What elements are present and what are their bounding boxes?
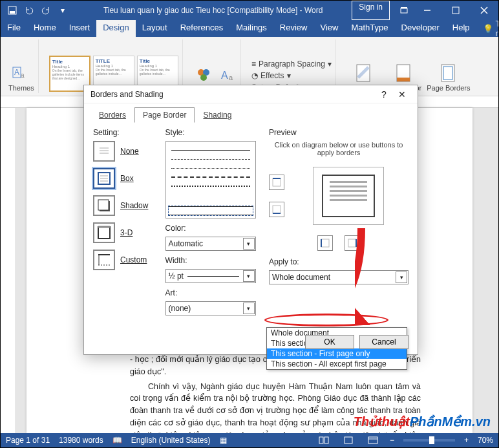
vertical-ruler[interactable] bbox=[1, 108, 16, 433]
page-borders-icon bbox=[439, 63, 458, 83]
tell-me-search[interactable]: 💡Tell me bbox=[476, 20, 499, 37]
minimize-button[interactable] bbox=[413, 1, 441, 20]
borders-shading-dialog: Borders and Shading ? ✕ Borders Page Bor… bbox=[83, 85, 418, 355]
page-borders-button[interactable]: Page Borders bbox=[427, 63, 470, 92]
paragraph-spacing-button[interactable]: ≡Paragraph Spacing ▾ bbox=[251, 59, 332, 69]
cancel-button[interactable]: Cancel bbox=[359, 335, 409, 349]
tab-mailings[interactable]: Mailings bbox=[229, 20, 273, 37]
tab-developer[interactable]: Developer bbox=[395, 20, 446, 37]
close-button[interactable] bbox=[470, 1, 498, 20]
save-icon[interactable] bbox=[5, 3, 20, 18]
color-combo[interactable]: Automatic▾ bbox=[165, 237, 256, 251]
tab-references[interactable]: References bbox=[174, 20, 229, 37]
tab-page-border[interactable]: Page Border bbox=[134, 107, 195, 123]
svg-rect-38 bbox=[273, 206, 281, 213]
svg-rect-47 bbox=[368, 437, 377, 443]
bulb-icon: 💡 bbox=[483, 24, 493, 34]
fonts-icon: Aa bbox=[220, 67, 235, 83]
dialog-tabs: Borders Page Border Shading bbox=[84, 103, 418, 123]
tab-layout[interactable]: Layout bbox=[136, 20, 174, 37]
svg-rect-2 bbox=[401, 8, 407, 13]
border-right-button[interactable] bbox=[345, 235, 360, 251]
setting-shadow[interactable]: Shadow bbox=[93, 195, 156, 216]
ok-button[interactable]: OK bbox=[305, 335, 354, 349]
setting-custom[interactable]: Custom bbox=[93, 250, 156, 270]
svg-rect-3 bbox=[401, 7, 407, 8]
style-listbox[interactable] bbox=[165, 141, 256, 219]
print-layout-button[interactable] bbox=[341, 434, 356, 446]
quick-access-toolbar: ▾ bbox=[1, 3, 74, 18]
color-label: Color: bbox=[165, 224, 260, 233]
svg-point-13 bbox=[200, 74, 207, 81]
brand-watermark: ThủthuậtPhầnMềm.vn bbox=[354, 414, 491, 429]
tab-shading[interactable]: Shading bbox=[195, 107, 240, 123]
title-bar: ▾ Tieu luan quan ly giao duc Tieu hoc [C… bbox=[1, 1, 498, 20]
ribbon-options-icon[interactable] bbox=[395, 1, 413, 20]
help-button[interactable]: ? bbox=[375, 89, 393, 100]
style-label: Style: bbox=[165, 128, 260, 137]
svg-rect-30 bbox=[98, 200, 109, 210]
apply-to-combo[interactable]: Whole document▾ bbox=[269, 270, 409, 284]
border-left-button[interactable] bbox=[317, 235, 333, 251]
svg-rect-45 bbox=[324, 437, 328, 443]
zoom-out-button[interactable]: − bbox=[390, 436, 394, 445]
art-label: Art: bbox=[165, 288, 260, 297]
status-words[interactable]: 13980 words bbox=[59, 436, 103, 445]
svg-rect-5 bbox=[452, 7, 459, 14]
colors-icon bbox=[196, 67, 211, 83]
svg-rect-1 bbox=[10, 11, 15, 14]
window-title: Tieu luan quan ly giao duc Tieu hoc [Com… bbox=[74, 6, 352, 15]
watermark-icon bbox=[354, 63, 374, 83]
themes-label: Themes bbox=[8, 84, 34, 92]
none-icon bbox=[93, 141, 115, 162]
effects-icon: ◔ bbox=[251, 71, 258, 80]
read-mode-button[interactable] bbox=[316, 434, 332, 446]
tab-file[interactable]: File bbox=[1, 20, 27, 37]
svg-rect-36 bbox=[273, 178, 281, 186]
tab-mathtype[interactable]: MathType bbox=[345, 20, 394, 37]
tab-review[interactable]: Review bbox=[273, 20, 314, 37]
apply-opt-first-page[interactable]: This section - First page only bbox=[267, 348, 407, 359]
themes-button[interactable]: Aa Themes bbox=[8, 63, 34, 92]
art-combo[interactable]: (none)▾ bbox=[165, 301, 256, 315]
tab-help[interactable]: Help bbox=[446, 20, 476, 37]
zoom-in-button[interactable]: + bbox=[464, 436, 469, 445]
apply-opt-except-first[interactable]: This section - All except first page bbox=[267, 359, 407, 369]
preview-diagram[interactable] bbox=[313, 167, 384, 225]
tab-borders[interactable]: Borders bbox=[90, 107, 134, 123]
themes-group: Aa Themes bbox=[5, 39, 39, 93]
width-combo[interactable]: ½ pt▾ bbox=[165, 269, 256, 283]
tab-view[interactable]: View bbox=[313, 20, 345, 37]
status-page[interactable]: Page 1 of 31 bbox=[6, 436, 50, 445]
status-macro-icon[interactable]: ▦ bbox=[220, 436, 227, 445]
box-icon bbox=[93, 168, 115, 189]
effects-button[interactable]: ◔Effects ▾ bbox=[251, 71, 332, 80]
web-layout-button[interactable] bbox=[365, 434, 381, 446]
tab-insert[interactable]: Insert bbox=[63, 20, 97, 37]
page-color-icon bbox=[394, 63, 414, 83]
zoom-level[interactable]: 70% bbox=[478, 436, 493, 445]
svg-rect-44 bbox=[319, 437, 323, 443]
undo-icon[interactable] bbox=[21, 3, 37, 18]
setting-label: Setting: bbox=[93, 128, 156, 137]
dialog-title-bar[interactable]: Borders and Shading ? ✕ bbox=[84, 85, 418, 103]
border-bottom-button[interactable] bbox=[269, 202, 284, 217]
tab-home[interactable]: Home bbox=[27, 20, 63, 37]
sign-in-button[interactable]: Sign in bbox=[352, 1, 390, 20]
qat-customize-icon[interactable]: ▾ bbox=[55, 3, 70, 18]
status-spellcheck-icon[interactable]: 📖 bbox=[112, 436, 122, 445]
setting-box[interactable]: Box bbox=[93, 168, 156, 189]
tab-design[interactable]: Design bbox=[96, 20, 135, 37]
border-top-button[interactable] bbox=[269, 175, 284, 190]
setting-none[interactable]: None bbox=[93, 141, 156, 162]
width-label: Width: bbox=[165, 256, 260, 265]
preview-label: Preview bbox=[269, 128, 409, 137]
status-language[interactable]: English (United States) bbox=[131, 436, 211, 445]
setting-3d[interactable]: 3-D bbox=[93, 222, 156, 243]
zoom-slider[interactable] bbox=[403, 439, 455, 442]
redo-icon[interactable] bbox=[38, 3, 54, 18]
maximize-button[interactable] bbox=[441, 1, 470, 20]
shadow-icon bbox=[93, 195, 115, 216]
close-icon[interactable]: ✕ bbox=[393, 89, 411, 100]
dialog-title: Borders and Shading bbox=[90, 90, 375, 99]
